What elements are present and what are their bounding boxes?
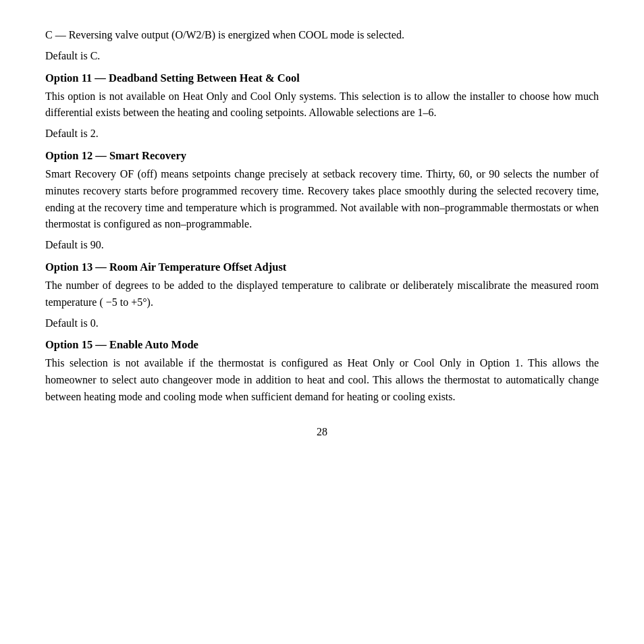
option13-section: Option 13 — Room Air Temperature Offset … — [45, 261, 599, 331]
option13-heading: Option 13 — Room Air Temperature Offset … — [45, 261, 599, 274]
page-number: 28 — [45, 426, 599, 438]
option12-default: Default is 90. — [45, 237, 599, 254]
option12-section: Option 12 — Smart Recovery Smart Recover… — [45, 149, 599, 254]
intro-paragraph: C — Reversing valve output (O/W2/B) is e… — [45, 27, 599, 44]
option12-para: Smart Recovery OF (off) means setpoints … — [45, 166, 599, 233]
intro-section: C — Reversing valve output (O/W2/B) is e… — [45, 27, 599, 65]
option11-section: Option 11 — Deadband Setting Between Hea… — [45, 72, 599, 142]
option12-heading: Option 12 — Smart Recovery — [45, 149, 599, 163]
option13-default: Default is 0. — [45, 315, 599, 332]
option15-para: This selection is not available if the t… — [45, 355, 599, 405]
option15-section: Option 15 — Enable Auto Mode This select… — [45, 338, 599, 405]
option11-para: This option is not available on Heat Onl… — [45, 88, 599, 122]
option13-para: The number of degrees to be added to the… — [45, 277, 599, 311]
option11-default: Default is 2. — [45, 126, 599, 142]
page-content: C — Reversing valve output (O/W2/B) is e… — [32, 0, 612, 465]
option15-heading: Option 15 — Enable Auto Mode — [45, 338, 599, 352]
intro-default: Default is C. — [45, 48, 599, 65]
option11-heading: Option 11 — Deadband Setting Between Hea… — [45, 72, 599, 85]
